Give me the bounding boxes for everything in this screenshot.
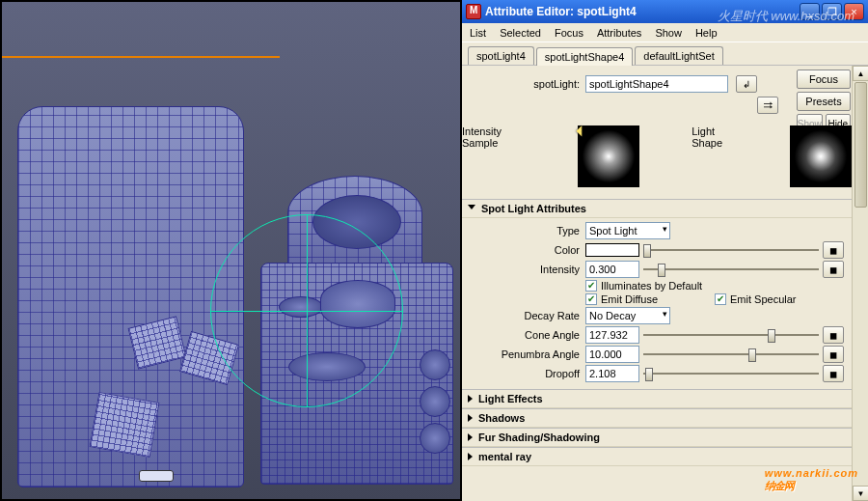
light-shape: Light Shape — [692, 125, 738, 187]
decay-label: Decay Rate — [470, 310, 585, 321]
node-name-field[interactable] — [585, 75, 728, 93]
cursor-icon — [577, 121, 593, 137]
penumbra-field[interactable] — [585, 346, 639, 363]
io-connection-button[interactable]: ⮆ — [757, 97, 778, 114]
decay-dropdown[interactable]: No Decay — [585, 307, 670, 324]
dropoff-label: Dropoff — [470, 368, 585, 379]
type-dropdown[interactable]: Spot Light — [585, 222, 670, 239]
minimize-button[interactable]: _ — [800, 3, 820, 20]
menubar: List Selected Focus Attributes Show Help — [462, 23, 868, 42]
input-output-row: ⮆ — [462, 95, 852, 116]
menu-list[interactable]: List — [470, 27, 486, 39]
light-shape-swatch[interactable] — [790, 125, 852, 187]
disclosure-triangle-icon — [468, 453, 473, 460]
section-header-shadows[interactable]: Shadows — [462, 409, 852, 428]
disclosure-triangle-icon — [468, 433, 473, 441]
select-node-button[interactable]: ↲ — [736, 75, 757, 93]
menu-selected[interactable]: Selected — [500, 27, 541, 39]
presets-button[interactable]: Presets — [797, 92, 851, 111]
emit-diffuse-checkbox[interactable]: ✔ — [585, 293, 597, 305]
dropoff-slider[interactable] — [643, 366, 819, 381]
map-button[interactable]: ◼ — [823, 261, 844, 278]
titlebar[interactable]: Attribute Editor: spotLight4 _ ❐ × — [462, 0, 868, 23]
close-button[interactable]: × — [844, 3, 864, 20]
disclosure-triangle-icon — [468, 395, 473, 403]
mesh-note — [127, 316, 186, 369]
side-button-column: Focus Presets Show Hide — [797, 70, 851, 133]
cone-field[interactable] — [585, 326, 639, 344]
disclosure-triangle-icon — [468, 205, 475, 213]
mesh-stove-knobs — [415, 344, 455, 469]
node-tabs: spotLight4 spotLightShape4 defaultLightS… — [462, 42, 868, 66]
menu-show[interactable]: Show — [655, 27, 682, 39]
emit-specular-label: Emit Specular — [730, 293, 796, 305]
mesh-note — [89, 392, 159, 458]
illuminates-checkbox[interactable]: ✔ — [585, 280, 597, 292]
section-header-spot[interactable]: Spot Light Attributes — [462, 200, 852, 218]
node-name-row: spotLight: ↲ — [462, 73, 852, 95]
map-button[interactable]: ◼ — [823, 326, 844, 344]
map-button[interactable]: ◼ — [823, 241, 844, 259]
focus-button[interactable]: Focus — [797, 70, 851, 89]
type-label: Type — [470, 225, 585, 237]
intensity-field[interactable] — [585, 261, 639, 278]
light-shape-label: Light Shape — [692, 125, 738, 149]
app-icon — [466, 4, 481, 19]
spotlight-manipulator-axis[interactable] — [307, 214, 308, 407]
color-slider[interactable] — [643, 242, 819, 258]
scroll-thumb[interactable] — [854, 82, 867, 208]
section-header-fur-shading[interactable]: Fur Shading/Shadowing — [462, 429, 852, 447]
map-button[interactable]: ◼ — [823, 346, 844, 363]
mesh-fridge[interactable] — [17, 106, 244, 487]
attribute-content: Focus Presets Show Hide spotLight: ↲ ⮆ I… — [462, 66, 868, 501]
window-title: Attribute Editor: spotLight4 — [485, 5, 798, 18]
illuminates-label: Illuminates by Default — [601, 280, 702, 292]
emit-diffuse-label: Emit Diffuse — [601, 293, 715, 305]
color-swatch[interactable] — [585, 243, 639, 257]
intensity-sample-label: Intensity Sample — [462, 125, 526, 149]
intensity-label: Intensity — [470, 264, 585, 275]
tab-spotlightshape4[interactable]: spotLightShape4 — [536, 47, 634, 66]
viewport-3d[interactable] — [0, 0, 462, 501]
dropoff-field[interactable] — [585, 365, 639, 382]
tab-defaultlightset[interactable]: defaultLightSet — [635, 46, 722, 65]
color-label: Color — [470, 244, 585, 256]
emit-specular-checkbox[interactable]: ✔ — [715, 293, 726, 305]
intensity-sample-swatch[interactable] — [578, 125, 639, 187]
mesh-handle — [139, 470, 174, 482]
section-header-mental-ray[interactable]: mental ray — [462, 448, 852, 466]
viewport-guide-line — [0, 56, 280, 58]
menu-focus[interactable]: Focus — [555, 27, 583, 39]
tab-spotlight4[interactable]: spotLight4 — [468, 46, 534, 65]
maximize-button[interactable]: ❐ — [822, 3, 842, 20]
cone-slider[interactable] — [643, 327, 819, 343]
section-spot-light-attrs: Spot Light Attributes Type Spot Light Co… — [462, 199, 852, 389]
menu-help[interactable]: Help — [695, 27, 718, 39]
scroll-up-button[interactable]: ▲ — [853, 66, 868, 81]
intensity-sample: Intensity Sample — [462, 125, 526, 187]
section-header-light-effects[interactable]: Light Effects — [462, 390, 852, 408]
penumbra-slider[interactable] — [643, 347, 819, 362]
section-title: Spot Light Attributes — [481, 203, 586, 214]
map-button[interactable]: ◼ — [823, 365, 844, 382]
scroll-down-button[interactable]: ▼ — [853, 486, 868, 501]
intensity-slider[interactable] — [643, 262, 819, 277]
menu-attributes[interactable]: Attributes — [597, 27, 641, 39]
node-name-label: spotLight: — [468, 78, 585, 90]
penumbra-label: Penumbra Angle — [470, 348, 585, 360]
attribute-editor-window: Attribute Editor: spotLight4 _ ❐ × List … — [462, 0, 868, 501]
disclosure-triangle-icon — [468, 414, 473, 422]
cone-label: Cone Angle — [470, 329, 585, 341]
vertical-scrollbar[interactable]: ▲ ▼ — [852, 66, 868, 501]
preview-swatches: Intensity Sample Light Shape — [462, 116, 852, 199]
